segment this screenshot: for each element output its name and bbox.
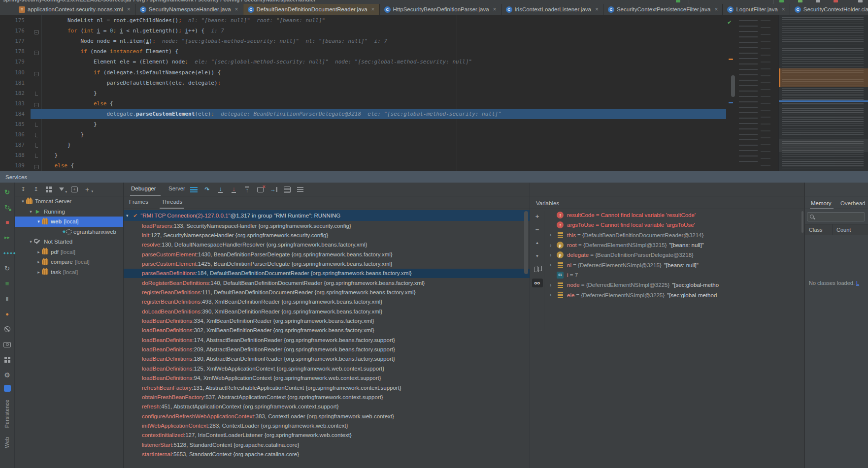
close-icon[interactable] (714, 6, 718, 12)
error-stripe-mark[interactable] (729, 102, 733, 103)
collapse-all-icon[interactable] (32, 186, 40, 193)
error-stripe-mark[interactable] (729, 59, 733, 60)
tree-row[interactable]: ▸ compare [local] (15, 257, 123, 267)
move-up-icon[interactable] (533, 239, 542, 247)
stack-frame-row[interactable]: contextInitialized:127, IrisContextLoade… (123, 431, 530, 440)
chevron-right-icon[interactable]: › (550, 232, 557, 238)
chevron-icon[interactable]: ▾ (28, 239, 34, 244)
chevron-right-icon[interactable]: › (550, 243, 557, 248)
code-minimap[interactable] (778, 15, 868, 171)
stack-frame-row[interactable]: startInternal:5653, StandardContext {org… (123, 449, 530, 459)
close-icon[interactable] (235, 6, 238, 12)
stop-icon[interactable] (2, 217, 13, 228)
toolwindow-label-web[interactable]: Web (4, 437, 10, 448)
add-watch-icon[interactable] (533, 212, 542, 220)
editor-scrollbar-thumb[interactable] (731, 75, 735, 97)
services-toolwindow-icon[interactable] (4, 385, 11, 392)
tab-debugger[interactable]: Debugger (131, 186, 156, 191)
inspections-ok-check-icon[interactable] (728, 18, 732, 26)
mute-breakpoints-icon[interactable] (2, 324, 13, 335)
refresh-icon[interactable] (2, 263, 13, 274)
resume-icon[interactable] (2, 232, 13, 243)
tab-server[interactable]: Server (168, 186, 185, 191)
hotswap-icon[interactable] (2, 309, 13, 319)
remove-watch-icon[interactable] (533, 225, 542, 233)
editor-tab[interactable]: SecurityContextPersistenceFilter.java (603, 4, 723, 15)
snapshot-icon[interactable] (2, 339, 13, 350)
stack-frame-row[interactable]: listenerStart:5128, StandardContext {org… (123, 440, 530, 449)
stack-frame-row[interactable]: loadBeanDefinitions:302, XmlBeanDefiniti… (123, 326, 530, 335)
tab-overhead[interactable]: Overhead (840, 200, 866, 206)
tree-row[interactable]: ▸ pdf [local] (15, 247, 123, 257)
memory-search-input[interactable] (815, 214, 862, 220)
fold-marker[interactable] (32, 68, 41, 77)
fold-marker[interactable] (32, 99, 41, 108)
step-into-icon[interactable] (216, 186, 225, 194)
close-icon[interactable] (371, 6, 375, 12)
editor-tab[interactable]: SecurityContextHolder.class (790, 4, 868, 15)
move-down-icon[interactable] (533, 252, 542, 260)
more-options-icon[interactable] (190, 186, 198, 194)
services-panel-header[interactable]: Services (0, 171, 868, 183)
chevron-icon[interactable]: ▸ (35, 270, 42, 275)
variable-row[interactable]: › i = 7 (545, 270, 802, 280)
tree-row[interactable]: ▾ web [local] (15, 217, 123, 227)
fold-marker[interactable] (32, 26, 41, 35)
chevron-right-icon[interactable]: › (550, 282, 557, 288)
debug-icon[interactable] (798, 0, 802, 2)
chevron-right-icon[interactable]: › (550, 292, 557, 298)
tab-memory[interactable]: Memory (811, 200, 832, 206)
variable-row[interactable]: › this = {DefaultBeanDefinitionDocumentR… (545, 230, 802, 240)
layout-settings-icon[interactable] (296, 186, 304, 194)
fold-marker[interactable] (32, 140, 41, 150)
evaluate-expression-icon[interactable] (283, 186, 291, 194)
add-service-frame-icon[interactable] (70, 186, 78, 193)
variable-row[interactable]: › ele = {DeferredElementNSImpl@3225}"[se… (545, 290, 802, 300)
fold-marker[interactable] (32, 89, 41, 98)
chevron-right-icon[interactable]: › (550, 262, 557, 268)
tab-threads[interactable]: Threads (162, 199, 182, 205)
fold-marker[interactable] (32, 120, 41, 129)
fold-marker[interactable] (32, 47, 41, 56)
close-icon[interactable] (595, 6, 599, 12)
run-to-cursor-icon[interactable] (269, 186, 278, 194)
chevron-icon[interactable]: ▸ (35, 250, 42, 254)
stack-frame-row[interactable]: doLoadBeanDefinitions:390, XmlBeanDefini… (123, 307, 530, 316)
memory-search-box[interactable] (807, 212, 865, 221)
variable-row[interactable]: › root = {DeferredElementNSImpl@3215}"[b… (545, 240, 802, 250)
stack-frame-row[interactable]: doRegisterBeanDefinitions:140, DefaultBe… (123, 278, 530, 287)
stack-frame-row[interactable]: loadBeanDefinitions:209, AbstractBeanDef… (123, 344, 530, 354)
stack-frame-row[interactable]: configureAndRefreshWebApplicationContext… (123, 411, 530, 421)
pause-icon[interactable] (2, 293, 13, 304)
gear-icon[interactable] (2, 370, 13, 380)
rerun-icon[interactable] (2, 187, 13, 197)
stack-frame-row[interactable]: loadParsers:133, SecurityNamespaceHandle… (123, 221, 530, 230)
variable-row[interactable]: › nl = {DeferredElementNSImpl@3215}"[bea… (545, 260, 802, 270)
code-editor[interactable]: 175 NodeList nl = root.getChildNodes(); … (0, 15, 868, 171)
duplicate-icon[interactable] (533, 265, 542, 273)
variables-scrollbar-thumb[interactable] (801, 211, 803, 233)
editor-tab[interactable]: DefaultBeanDefinitionDocumentReader.java (243, 4, 380, 15)
toolwindow-label-persistence[interactable]: Persistence (4, 400, 10, 428)
running-list-icon[interactable] (2, 278, 13, 289)
filter-icon[interactable] (58, 186, 66, 193)
stack-frame-row[interactable]: parseCustomElement:1425, BeanDefinitionP… (123, 259, 530, 268)
chevron-icon[interactable]: ▾ (35, 219, 42, 224)
stack-frame-row[interactable]: registerBeanDefinitions:493, XmlBeanDefi… (123, 297, 530, 307)
stack-frame-row[interactable]: loadBeanDefinitions:180, AbstractBeanDef… (123, 354, 530, 364)
stack-frame-row[interactable]: init:127, SecurityNamespaceHandler {org.… (123, 230, 530, 240)
close-icon[interactable] (493, 6, 497, 12)
run-configuration-select[interactable]: boatManager (689, 0, 773, 4)
close-icon[interactable] (127, 6, 131, 12)
chevron-down-icon[interactable]: ▾ (126, 213, 133, 218)
step-out-icon[interactable] (243, 186, 251, 194)
stack-frame-row[interactable]: parseCustomElement:1430, BeanDefinitionP… (123, 250, 530, 259)
column-class[interactable]: Class (805, 227, 832, 233)
frames-scrollbar-thumb[interactable] (524, 211, 528, 274)
tab-frames[interactable]: Frames (129, 199, 148, 205)
stack-frame-row[interactable]: obtainFreshBeanFactory:537, AbstractAppl… (123, 392, 530, 402)
close-icon[interactable] (782, 6, 785, 12)
stack-frame-row[interactable]: parseBeanDefinitions:184, DefaultBeanDef… (123, 269, 530, 278)
stack-frame-row[interactable]: refresh:451, AbstractApplicationContext … (123, 402, 530, 411)
stack-frame-row[interactable]: resolve:130, DefaultNamespaceHandlerReso… (123, 240, 530, 250)
